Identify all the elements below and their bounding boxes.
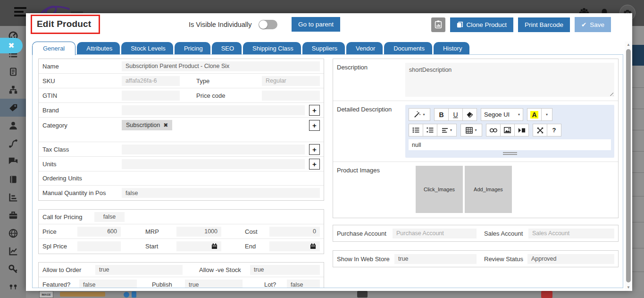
editor-help-button[interactable]: ? — [547, 124, 561, 136]
tab-documents[interactable]: Documents — [384, 42, 432, 55]
add-brand-button[interactable]: + — [309, 105, 320, 116]
cost-input[interactable]: 0 — [269, 227, 320, 237]
background-widget — [357, 291, 368, 298]
link-icon — [490, 128, 497, 133]
insert-video-button[interactable] — [514, 124, 529, 136]
sidebar-analytics-icon[interactable] — [0, 242, 26, 260]
remove-category-icon[interactable]: ✖ — [163, 122, 168, 128]
expand-arrows-icon — [537, 127, 544, 134]
clone-product-button[interactable]: Clone Product — [450, 17, 514, 32]
allow-to-order-input[interactable]: true — [95, 265, 183, 275]
tab-stock-levels[interactable]: Stock Levels — [121, 42, 173, 55]
allow-negative-stock-input[interactable]: true — [250, 265, 320, 275]
call-for-pricing-input[interactable]: false — [94, 212, 125, 222]
description-textarea[interactable]: shortDescription — [405, 63, 614, 97]
calendar-icon[interactable] — [310, 243, 316, 249]
tab-vendor[interactable]: Vendor — [346, 42, 383, 55]
font-color-button[interactable]: A — [527, 108, 542, 121]
sidebar-book-icon[interactable] — [0, 170, 26, 188]
tab-history[interactable]: History — [434, 42, 469, 55]
add-images-dropzone[interactable]: Add_Images — [465, 166, 512, 213]
click-images-dropzone[interactable]: Click_Images — [416, 166, 463, 213]
sidebar-report-icon[interactable] — [0, 188, 26, 206]
table-icon — [466, 127, 473, 134]
scrollbar-thumb[interactable] — [626, 49, 631, 282]
paragraph-align-button[interactable]: ▾ — [437, 124, 457, 136]
edit-product-modal: Edit Product Is Visible Individually Go … — [26, 13, 632, 291]
price-code-input[interactable] — [262, 91, 320, 101]
mrp-input[interactable]: 1000 — [176, 227, 221, 237]
insert-link-button[interactable] — [486, 124, 501, 136]
magic-styles-button[interactable]: ▾ — [409, 108, 430, 121]
publish-input[interactable]: true — [185, 280, 243, 288]
name-input[interactable]: Subscription Parent Product - Clone Six — [122, 61, 320, 71]
product-stats-button[interactable] — [431, 17, 445, 32]
sidebar-briefcase-icon[interactable] — [0, 206, 26, 224]
resize-grip-icon[interactable] — [609, 92, 613, 96]
brand-input[interactable] — [122, 105, 305, 115]
category-row: Category Subscrtiption ✖ + — [39, 118, 324, 142]
start-date-input[interactable] — [176, 241, 221, 251]
close-panel-button[interactable]: ✖ — [0, 38, 23, 53]
scroll-down-icon[interactable]: ▼ — [625, 284, 632, 291]
align-icon — [442, 128, 448, 133]
sidebar-web-globe-icon[interactable] — [0, 224, 26, 242]
sidebar-key-icon[interactable] — [0, 260, 26, 278]
category-label: Category — [42, 120, 122, 129]
bullet-list-button[interactable] — [409, 124, 423, 136]
is-visible-individually-label: Is Visible Individually — [189, 21, 252, 28]
tab-general[interactable]: General — [32, 42, 75, 55]
editor-resize-handle[interactable] — [503, 152, 517, 155]
featured-input[interactable]: false — [79, 280, 137, 288]
add-units-button[interactable]: + — [309, 159, 320, 170]
lot-input[interactable]: false — [287, 280, 320, 288]
modal-scrollbar[interactable]: ▲ ▼ — [625, 42, 632, 291]
print-barcode-button[interactable]: Print Barcode — [518, 17, 570, 32]
sidebar-route-icon[interactable] — [0, 135, 26, 153]
featured-label: Featured? — [42, 281, 79, 288]
eraser-button[interactable] — [462, 108, 477, 121]
sidebar-chat-icon[interactable] — [0, 153, 26, 170]
calendar-icon[interactable] — [211, 243, 217, 249]
end-date-input[interactable] — [269, 241, 320, 251]
underline-button[interactable]: U — [448, 108, 463, 121]
tab-suppliers[interactable]: Suppliers — [302, 42, 345, 55]
editor-content-area[interactable]: null — [409, 139, 611, 150]
ordering-units-label: Ordering Units — [42, 175, 82, 182]
show-in-web-store-input[interactable]: true — [394, 254, 477, 264]
tax-class-input[interactable] — [122, 145, 305, 154]
tab-pricing[interactable]: Pricing — [175, 42, 210, 55]
add-category-button[interactable]: + — [309, 120, 320, 131]
fullscreen-button[interactable] — [533, 124, 547, 136]
sidebar-products-tag-icon[interactable] — [0, 99, 26, 117]
manual-qty-input[interactable]: false — [122, 188, 320, 198]
numbered-list-button[interactable] — [423, 124, 437, 136]
units-input[interactable] — [122, 159, 305, 169]
is-visible-individually-toggle[interactable] — [259, 20, 277, 29]
menu-icon[interactable] — [14, 7, 26, 17]
scroll-up-icon[interactable]: ▲ — [625, 42, 632, 48]
insert-table-button[interactable]: ▾ — [460, 124, 482, 136]
bold-button[interactable]: B — [434, 108, 449, 121]
spl-price-input[interactable] — [77, 241, 121, 251]
review-status-input[interactable]: Approved — [527, 254, 614, 264]
sidebar-pins-icon[interactable] — [0, 278, 26, 296]
font-family-select[interactable]: Segoe UI▾ — [481, 108, 523, 121]
sidebar-invoice-icon[interactable] — [0, 63, 26, 81]
sidebar-groups-icon[interactable] — [0, 81, 26, 99]
save-button[interactable]: ✔Save — [575, 17, 611, 32]
sidebar-customer-icon[interactable] — [0, 117, 26, 135]
price-input[interactable]: 600 — [77, 227, 121, 237]
sales-account-input[interactable]: Sales Account — [528, 229, 614, 238]
go-to-parent-button[interactable]: Go to parent — [292, 17, 340, 32]
tab-shipping-class[interactable]: Shipping Class — [243, 42, 301, 55]
tab-bar: General Attributes Stock Levels Pricing … — [32, 42, 613, 55]
add-tax-class-button[interactable]: + — [309, 144, 320, 155]
tab-seo[interactable]: SEO — [212, 42, 242, 55]
font-color-caret[interactable]: ▾ — [541, 108, 552, 121]
tab-attributes[interactable]: Attributes — [77, 42, 120, 55]
purchase-account-input[interactable]: Purchase Account — [393, 229, 477, 238]
gtin-input[interactable] — [122, 91, 180, 101]
insert-image-button[interactable] — [500, 124, 515, 136]
background-red-badge — [541, 291, 552, 298]
